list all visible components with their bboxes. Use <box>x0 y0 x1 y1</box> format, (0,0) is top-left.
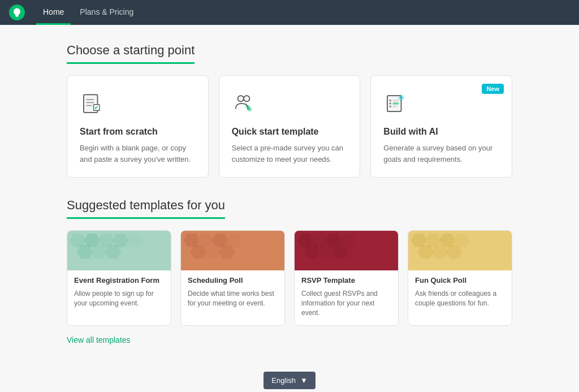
template-desc-rsvp: Collect guest RSVPs and information for … <box>301 289 391 317</box>
nav-home[interactable]: Home <box>36 0 71 25</box>
template-icon <box>232 92 348 118</box>
template-desc-scheduling: Decide what time works best for your mee… <box>188 289 278 308</box>
scratch-desc: Begin with a blank page, or copy and pas… <box>80 143 196 165</box>
svg-point-6 <box>390 100 392 102</box>
ai-desc: Generate a survey based on your goals an… <box>383 143 499 165</box>
footer: English ▼ About SurveyMonkey • Careers •… <box>0 363 579 392</box>
template-card-event[interactable]: Event Registration Form Allow people to … <box>67 230 171 326</box>
template-title-scheduling: Scheduling Poll <box>188 276 278 285</box>
template-thumb-scheduling <box>181 231 284 270</box>
chevron-down-icon: ▼ <box>300 376 308 385</box>
template-title-poll: Fun Quick Poll <box>415 276 505 285</box>
svg-rect-10 <box>393 102 399 105</box>
language-label: English <box>271 376 296 385</box>
ai-icon <box>383 92 499 118</box>
start-card-template[interactable]: Quick start template Select a pre-made s… <box>219 75 361 178</box>
view-all-link[interactable]: View all templates <box>67 335 131 344</box>
starting-cards-row: Start from scratch Begin with a blank pa… <box>67 75 512 178</box>
svg-rect-9 <box>393 100 399 102</box>
template-body-scheduling: Scheduling Poll Decide what time works b… <box>181 270 284 316</box>
svg-rect-11 <box>393 106 397 108</box>
ai-title: Build with AI <box>383 127 499 137</box>
nav-links: Home Plans & Pricing <box>36 0 140 25</box>
navbar: Home Plans & Pricing <box>0 0 579 25</box>
new-badge: New <box>482 84 504 94</box>
svg-marker-17 <box>127 234 143 247</box>
starting-point-title: Choose a starting point <box>67 43 195 64</box>
svg-point-2 <box>237 96 244 102</box>
template-card-scheduling[interactable]: Scheduling Poll Decide what time works b… <box>180 230 285 326</box>
start-card-scratch[interactable]: Start from scratch Begin with a blank pa… <box>67 75 209 178</box>
nav-pricing[interactable]: Plans & Pricing <box>73 0 140 25</box>
logo[interactable] <box>9 5 25 20</box>
suggested-title: Suggested templates for you <box>67 198 225 219</box>
template-desc-event: Allow people to sign up for your upcomin… <box>74 289 164 308</box>
template-title: Quick start template <box>232 127 348 137</box>
language-button[interactable]: English ▼ <box>263 372 316 389</box>
template-card-poll[interactable]: Fun Quick Poll Ask friends or colleagues… <box>408 230 512 326</box>
main-content: Choose a starting point Start from scrat… <box>58 25 521 363</box>
svg-point-8 <box>390 106 392 108</box>
template-card-rsvp[interactable]: RSVP Template Collect guest RSVPs and in… <box>294 230 399 326</box>
template-title-rsvp: RSVP Template <box>301 276 391 285</box>
template-thumb-event <box>67 231 171 270</box>
template-title-event: Event Registration Form <box>74 276 164 285</box>
template-thumb-poll <box>408 231 512 270</box>
template-body-poll: Fun Quick Poll Ask friends or colleagues… <box>408 270 512 316</box>
scratch-title: Start from scratch <box>80 127 196 137</box>
template-desc-poll: Ask friends or colleagues a couple quest… <box>415 289 505 308</box>
svg-point-3 <box>244 96 250 102</box>
template-body-rsvp: RSVP Template Collect guest RSVPs and in… <box>295 270 398 325</box>
templates-row: Event Registration Form Allow people to … <box>67 230 512 326</box>
start-card-ai[interactable]: New Build with AI Generate a survey base… <box>370 75 512 178</box>
scratch-icon <box>80 92 196 118</box>
svg-point-7 <box>390 102 392 105</box>
template-desc: Select a pre-made survey you can customi… <box>232 143 348 165</box>
template-thumb-rsvp <box>295 231 398 270</box>
template-body-event: Event Registration Form Allow people to … <box>67 270 171 316</box>
